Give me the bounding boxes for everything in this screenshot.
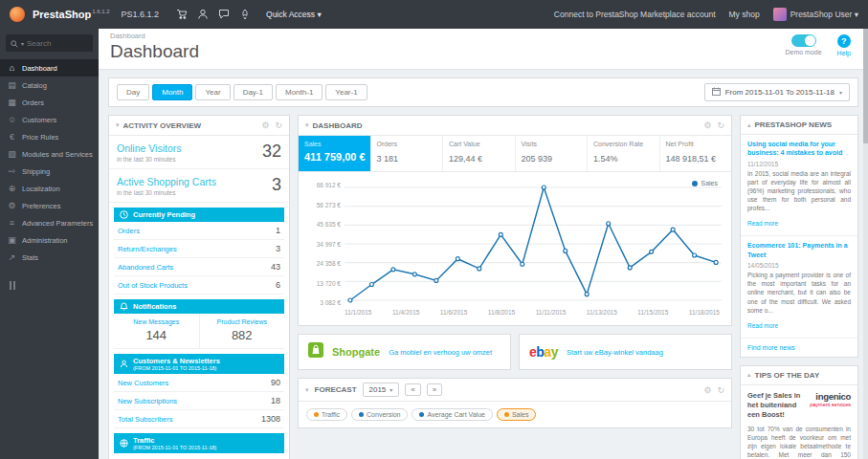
forecast-legend-conversion[interactable]: Conversion xyxy=(351,408,408,421)
chevron-down-icon[interactable]: ▾ xyxy=(116,121,120,129)
ebay-ad[interactable]: ebay Start uw eBay-winkel vandaag xyxy=(519,334,732,370)
gear-icon[interactable]: ⚙ xyxy=(703,120,711,130)
chart-point xyxy=(628,266,632,270)
news-item-title-link[interactable]: Ecommerce 101: Payments in a Tweet xyxy=(747,241,851,259)
chevron-up-icon[interactable]: ▴ xyxy=(747,371,751,379)
rocket-icon[interactable] xyxy=(239,9,251,20)
sidebar-item-localization[interactable]: ⊕Localization xyxy=(0,180,99,197)
period-year-button[interactable]: Year xyxy=(195,84,230,100)
chart-legend[interactable]: Sales xyxy=(692,180,718,186)
chevron-up-icon[interactable]: ▴ xyxy=(747,121,751,129)
sidebar-item-administration[interactable]: ▣Administration xyxy=(0,231,99,249)
activity-overview-title: ACTIVITY OVERVIEW xyxy=(123,121,202,130)
chart-point xyxy=(607,222,611,226)
gear-icon[interactable]: ⚙ xyxy=(703,385,711,395)
refresh-icon[interactable]: ↻ xyxy=(717,385,724,395)
customers-link[interactable]: New Subscriptions xyxy=(118,397,177,405)
brand-version: 1.6.1.2 xyxy=(92,9,109,14)
ebay-ad-link[interactable]: Start uw eBay-winkel vandaag xyxy=(567,348,663,357)
chevron-down-icon[interactable]: ▾ xyxy=(305,386,309,394)
my-shop-link[interactable]: My shop xyxy=(729,10,760,19)
sidebar-item-stats[interactable]: ↗Stats xyxy=(0,249,99,266)
kpi-conversion-rate[interactable]: Conversion Rate1.54% xyxy=(588,136,660,171)
sidebar-item-price-rules[interactable]: €Price Rules xyxy=(0,128,99,145)
product-reviews-cell[interactable]: Product Reviews882 xyxy=(200,314,285,348)
shopgate-ad[interactable]: Shopgate Ga mobiel en verhoog uw omzet xyxy=(298,334,511,370)
kpi-sales[interactable]: Sales411 759,00 € xyxy=(299,136,371,171)
refresh-icon[interactable]: ↻ xyxy=(717,120,724,130)
pending-row-returns: Return/Exchanges3 xyxy=(114,240,284,258)
read-more-link[interactable]: Read more xyxy=(747,322,778,329)
prestashop-logo-icon[interactable] xyxy=(10,7,25,22)
breadcrumb[interactable]: Dashboard xyxy=(110,32,199,40)
quick-access-menu[interactable]: Quick Access ▾ xyxy=(266,10,322,19)
sidebar-item-preferences[interactable]: ⚙Preferences xyxy=(0,197,99,214)
sidebar-collapse-button[interactable] xyxy=(10,281,99,290)
brand-title[interactable]: PrestaShop1.6.1.2 xyxy=(33,9,110,20)
customers-link[interactable]: New Customers xyxy=(118,379,168,387)
online-visitors-label[interactable]: Online Visitors xyxy=(117,142,182,154)
refresh-icon[interactable]: ↻ xyxy=(275,120,282,130)
period-year-1-button[interactable]: Year-1 xyxy=(325,84,367,100)
period-day-1-button[interactable]: Day-1 xyxy=(234,84,273,100)
page-scrollbar[interactable] xyxy=(863,29,868,459)
google-analytics-link[interactable]: Link to your Google Analytics account xyxy=(114,453,284,459)
pending-link[interactable]: Return/Exchanges xyxy=(118,245,177,253)
shopgate-ad-link[interactable]: Ga mobiel en verhoog uw omzet xyxy=(389,348,492,357)
pending-link[interactable]: Out of Stock Products xyxy=(118,281,188,290)
sidebar-item-modules[interactable]: ▧Modules and Services xyxy=(0,145,99,163)
y-tick-label: 3 082 € xyxy=(308,299,341,306)
pending-link[interactable]: Abandoned Carts xyxy=(118,263,173,272)
read-more-link[interactable]: Read more xyxy=(747,220,778,227)
messages-icon[interactable] xyxy=(218,9,230,20)
sidebar-item-catalog[interactable]: ▤Catalog xyxy=(0,76,99,94)
stats-icon: ↗ xyxy=(7,252,17,262)
kpi-cart-value[interactable]: Cart Value129,44 € xyxy=(443,136,516,171)
sidebar-item-dashboard[interactable]: ⌂Dashboard xyxy=(0,59,99,76)
cart-icon[interactable] xyxy=(176,9,188,20)
sales-line-chart[interactable] xyxy=(345,182,722,306)
news-item: Using social media for your business: 4 … xyxy=(741,135,857,236)
forecast-legend-traffic[interactable]: Traffic xyxy=(306,408,347,421)
sidebar-item-advanced-parameters[interactable]: ≡Advanced Parameters xyxy=(0,214,99,231)
forecast-legend-average-cart-value[interactable]: Average Cart Value xyxy=(412,408,492,421)
help-button[interactable]: ? Help xyxy=(837,34,851,56)
customers-link[interactable]: Total Subscribers xyxy=(118,415,173,424)
sidebar-search[interactable]: ▾ xyxy=(6,34,93,52)
user-menu[interactable]: PrestaShop User ▾ xyxy=(773,8,858,21)
kpi-label: Sales xyxy=(304,141,365,147)
find-more-news-link[interactable]: Find more news xyxy=(741,339,857,357)
forecast-legend-sales[interactable]: Sales xyxy=(497,408,537,421)
demo-mode-toggle[interactable]: Demo mode xyxy=(785,34,821,56)
forecast-next-button[interactable]: » xyxy=(427,383,442,396)
sidebar-item-customers[interactable]: ☺Customers xyxy=(0,111,99,128)
chevron-down-icon[interactable]: ▾ xyxy=(305,121,309,129)
period-day-button[interactable]: Day xyxy=(117,84,149,100)
sidebar-item-shipping[interactable]: ⇨Shipping xyxy=(0,163,99,180)
product-reviews-link[interactable]: Product Reviews xyxy=(202,318,283,325)
marketplace-link[interactable]: Connect to PrestaShop Marketplace accoun… xyxy=(554,10,716,19)
period-month-1-button[interactable]: Month-1 xyxy=(276,84,323,100)
kpi-visits[interactable]: Visits205 939 xyxy=(516,136,589,171)
new-messages-cell[interactable]: New Messages144 xyxy=(114,314,200,348)
shop-name[interactable]: PS1.6.1.2 xyxy=(122,10,160,19)
kpi-net-profit[interactable]: Net Profit148 918,51 € xyxy=(660,136,732,171)
pending-link[interactable]: Orders xyxy=(118,227,140,235)
forecast-prev-button[interactable]: « xyxy=(405,383,420,396)
kpi-orders[interactable]: Orders3 181 xyxy=(371,136,444,171)
sidebar-item-orders[interactable]: ▦Orders xyxy=(0,94,99,111)
gear-icon[interactable]: ⚙ xyxy=(261,120,269,130)
date-range-picker[interactable]: From 2015-11-01 To 2015-11-18 ▾ xyxy=(704,83,850,101)
search-scope-caret-icon[interactable]: ▾ xyxy=(21,40,24,47)
customers-notification-icon[interactable] xyxy=(197,9,209,20)
period-month-button[interactable]: Month xyxy=(152,84,192,100)
forecast-year-select[interactable]: 2015▾ xyxy=(363,382,400,397)
toggle-switch-icon[interactable] xyxy=(791,34,816,47)
shipping-icon: ⇨ xyxy=(7,166,17,176)
new-messages-link[interactable]: New Messages xyxy=(116,318,197,325)
traffic-title: Traffic xyxy=(133,436,155,445)
search-input[interactable] xyxy=(27,39,88,48)
news-item-title-link[interactable]: Using social media for your business: 4 … xyxy=(747,140,851,158)
active-carts-label[interactable]: Active Shopping Carts xyxy=(117,176,216,187)
y-tick-label: 13 720 € xyxy=(308,280,341,287)
